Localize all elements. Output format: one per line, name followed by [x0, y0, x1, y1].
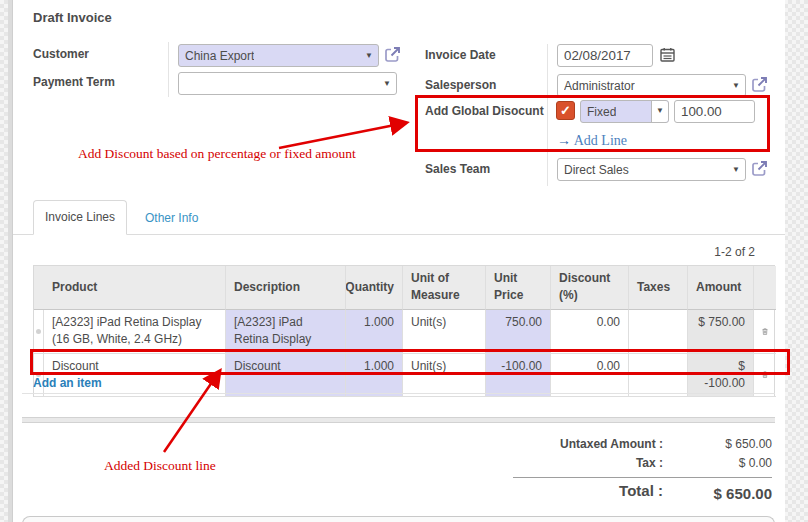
total-value: $ 650.00 — [660, 485, 772, 502]
form-left-divider — [168, 42, 169, 97]
add-an-item-link[interactable]: Add an item — [33, 376, 102, 390]
cell-unit-price[interactable]: 750.00 — [486, 310, 551, 354]
pagination: 1-2 of 2 — [620, 245, 755, 259]
checkmark-icon: ✓ — [560, 103, 571, 118]
total-divider-line — [513, 477, 772, 478]
customer-external-link-icon[interactable] — [384, 46, 401, 63]
customer-select[interactable]: China Export ▼ — [178, 44, 379, 67]
table-header-actions — [754, 266, 776, 310]
col-header-description[interactable]: Description — [226, 266, 346, 310]
tab-other-info[interactable]: Other Info — [145, 211, 198, 225]
cell-unit-price[interactable]: -100.00 — [486, 354, 551, 398]
total-label: Total : — [425, 482, 663, 499]
row-drag-handle[interactable] — [34, 310, 44, 354]
untaxed-amount-value: $ 650.00 — [660, 437, 772, 451]
cell-discount[interactable]: 0.00 — [551, 310, 629, 354]
cell-description[interactable]: Discount — [226, 354, 346, 398]
col-header-discount[interactable]: Discount (%) — [551, 266, 629, 310]
delete-row-button[interactable] — [754, 354, 776, 398]
global-discount-label: Add Global Disocunt — [425, 104, 544, 118]
add-line-link[interactable]: → Add Line — [557, 132, 627, 149]
discount-type-value: Fixed — [587, 105, 616, 119]
chevron-down-icon: ▼ — [732, 82, 740, 90]
payment-term-select[interactable]: ▼ — [178, 72, 397, 95]
salesperson-select[interactable]: Administrator ▼ — [557, 74, 746, 97]
cell-uom[interactable]: Unit(s) — [403, 310, 486, 354]
col-header-taxes[interactable]: Taxes — [629, 266, 688, 310]
separator-band — [22, 417, 775, 423]
arrow-right-icon: → — [557, 132, 571, 148]
tax-label: Tax : — [425, 456, 663, 470]
col-header-amount[interactable]: Amount — [688, 266, 754, 310]
tab-other-info-label: Other Info — [145, 211, 198, 225]
customer-label: Customer — [33, 47, 89, 61]
tax-value: $ 0.00 — [660, 456, 772, 470]
sales-team-select[interactable]: Direct Sales ▼ — [557, 158, 746, 181]
trash-icon — [762, 325, 768, 338]
salesperson-external-link-icon[interactable] — [751, 76, 768, 93]
cell-quantity[interactable]: 1.000 — [346, 354, 403, 398]
discount-type-select[interactable]: Fixed ▼ — [580, 100, 669, 123]
chevron-down-icon: ▼ — [383, 80, 391, 88]
col-header-unit-price[interactable]: Unit Price — [486, 266, 551, 310]
cell-uom[interactable]: Unit(s) — [403, 354, 486, 398]
invoice-date-input[interactable] — [557, 44, 653, 67]
cell-discount[interactable]: 0.00 — [551, 354, 629, 398]
add-line-label: Add Line — [574, 133, 627, 148]
delete-row-button[interactable] — [754, 310, 776, 354]
drag-dot-icon — [36, 329, 41, 334]
chevron-down-icon: ▼ — [732, 166, 740, 174]
customer-value: China Export — [185, 49, 254, 63]
tab-invoice-lines[interactable]: Invoice Lines — [33, 200, 127, 235]
cell-quantity[interactable]: 1.000 — [346, 310, 403, 354]
cell-taxes[interactable] — [629, 310, 688, 354]
payment-term-label: Payment Term — [33, 75, 115, 89]
invoice-date-label: Invoice Date — [425, 48, 496, 62]
page-title: Draft Invoice — [33, 10, 112, 25]
invoice-lines-table: Product Description Quantity Unit of Mea… — [33, 265, 775, 397]
trash-icon — [762, 368, 768, 381]
col-header-quantity[interactable]: Quantity — [346, 266, 403, 310]
discount-amount-input[interactable] — [674, 100, 755, 123]
salesperson-value: Administrator — [564, 79, 635, 93]
chevron-down-icon: ▼ — [656, 107, 664, 115]
sales-team-external-link-icon[interactable] — [751, 160, 768, 177]
cell-amount: $ -100.00 — [688, 354, 754, 398]
tab-invoice-lines-label: Invoice Lines — [45, 210, 115, 224]
calendar-icon[interactable] — [660, 47, 675, 62]
sales-team-label: Sales Team — [425, 162, 490, 176]
separator-line — [22, 393, 775, 394]
annotation-added-line-note: Added Discount line — [104, 458, 216, 474]
annotation-discount-note: Add Discount based on percentage or fixe… — [78, 146, 356, 162]
cell-taxes[interactable] — [629, 354, 688, 398]
cell-product[interactable]: [A2323] iPad Retina Display (16 GB, Whit… — [44, 310, 226, 354]
sales-team-value: Direct Sales — [564, 163, 629, 177]
col-header-uom[interactable]: Unit of Measure — [403, 266, 486, 310]
global-discount-checkbox[interactable]: ✓ — [556, 101, 575, 120]
chevron-down-icon: ▼ — [365, 52, 373, 60]
form-right-divider — [547, 44, 548, 186]
cell-amount: $ 750.00 — [688, 310, 754, 354]
col-header-product[interactable]: Product — [44, 266, 226, 310]
select-arrow-box: ▼ — [651, 101, 668, 122]
tabbar-line — [13, 234, 785, 235]
salesperson-label: Salesperson — [425, 78, 496, 92]
untaxed-amount-label: Untaxed Amount : — [425, 437, 663, 451]
next-section-edge — [22, 516, 775, 522]
cell-description[interactable]: [A2323] iPad Retina Display — [226, 310, 346, 354]
